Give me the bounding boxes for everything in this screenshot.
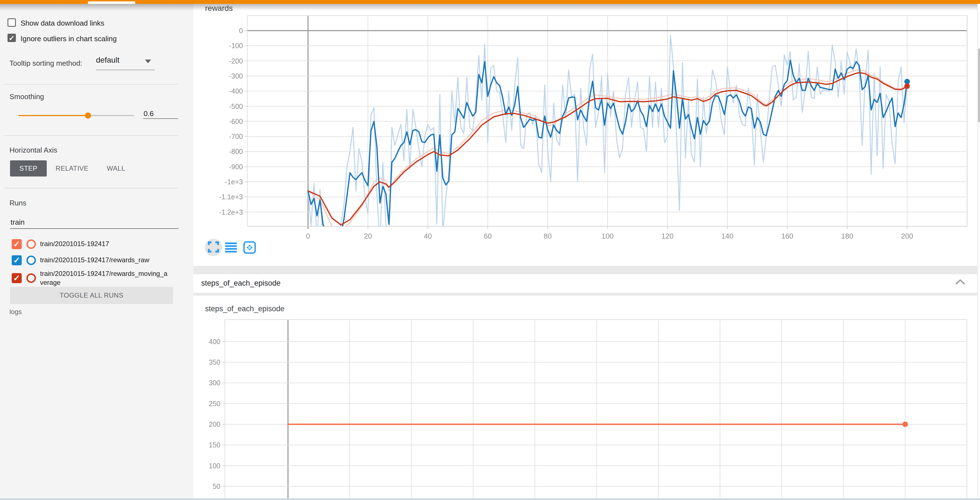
steps-chart-title: steps_of_each_episode: [205, 304, 284, 313]
horizontal-lines-icon: [225, 248, 237, 253]
run-label: train/20201015-192417/rewards_raw: [40, 256, 167, 264]
fit-domain-button[interactable]: [243, 241, 256, 255]
fullscreen-button[interactable]: [205, 239, 222, 256]
tooltip-sorting-label: Tooltip sorting method:: [10, 59, 82, 68]
run-item[interactable]: ✓ train/20201015-192417/rewards_moving_a…: [12, 269, 167, 287]
topbar-loading-indicator: [88, 2, 135, 4]
logdir-label: logs: [10, 308, 22, 316]
page-scrollbar[interactable]: [977, 4, 980, 500]
toggle-all-runs-button[interactable]: TOGGLE ALL RUNS: [10, 287, 173, 304]
runs-filter-input[interactable]: [10, 216, 179, 229]
divider: [4, 188, 178, 188]
run-item[interactable]: ✓ train/20201015-192417: [12, 239, 167, 249]
axis-relative-button[interactable]: RELATIVE: [54, 160, 90, 177]
axis-step-button[interactable]: STEP: [10, 160, 47, 177]
runs-label: Runs: [10, 199, 26, 207]
run-color-circle[interactable]: [26, 239, 36, 249]
smoothing-slider-fill: [18, 115, 88, 116]
dropdown-arrow-icon: [145, 60, 151, 63]
run-label: train/20201015-192417/rewards_moving_ave…: [40, 269, 167, 287]
run-color-circle[interactable]: [26, 273, 36, 283]
axis-wall-button[interactable]: WALL: [101, 160, 131, 177]
rewards-chart-title: rewards: [205, 4, 233, 13]
steps-chart-card: steps_of_each_episode: [193, 296, 977, 500]
section-header-title: steps_of_each_episode: [201, 279, 280, 288]
run-checkbox[interactable]: ✓: [12, 239, 22, 249]
fit-domain-icon: [243, 250, 256, 255]
ignore-outliers-label: Ignore outliers in chart scaling: [21, 35, 116, 43]
run-checkbox[interactable]: ✓: [12, 273, 22, 283]
show-download-links-checkbox[interactable]: [8, 18, 16, 27]
settings-sidebar: Show data download links ✓ Ignore outlie…: [0, 4, 184, 500]
chevron-up-icon: [955, 282, 966, 287]
smoothing-label: Smoothing: [10, 92, 44, 101]
smoothing-slider-thumb[interactable]: [85, 113, 91, 119]
tooltip-sorting-select[interactable]: default: [96, 56, 155, 70]
smoothing-value-input[interactable]: [143, 109, 178, 119]
ignore-outliers-checkbox[interactable]: ✓: [8, 34, 16, 42]
section-header[interactable]: steps_of_each_episode: [193, 274, 977, 293]
horizontal-lines-button[interactable]: [225, 242, 237, 254]
run-label: train/20201015-192417: [40, 239, 167, 248]
bottom-edge: [0, 498, 980, 500]
fullscreen-icon: [208, 241, 219, 254]
tooltip-sorting-value: default: [96, 56, 119, 64]
tensorboard-page: rewards: [0, 0, 980, 500]
divider: [4, 84, 178, 84]
run-color-circle[interactable]: [26, 256, 36, 265]
divider: [4, 135, 178, 136]
scrollbar-thumb[interactable]: [978, 48, 980, 122]
rewards-chart-card: rewards: [193, 4, 977, 266]
horizontal-axis-label: Horizontal Axis: [10, 146, 57, 154]
run-item[interactable]: ✓ train/20201015-192417/rewards_raw: [12, 255, 167, 265]
top-bar: [0, 0, 980, 4]
run-checkbox[interactable]: ✓: [12, 255, 22, 265]
show-download-links-label: Show data download links: [21, 19, 104, 27]
collapse-section-button[interactable]: [955, 278, 966, 287]
